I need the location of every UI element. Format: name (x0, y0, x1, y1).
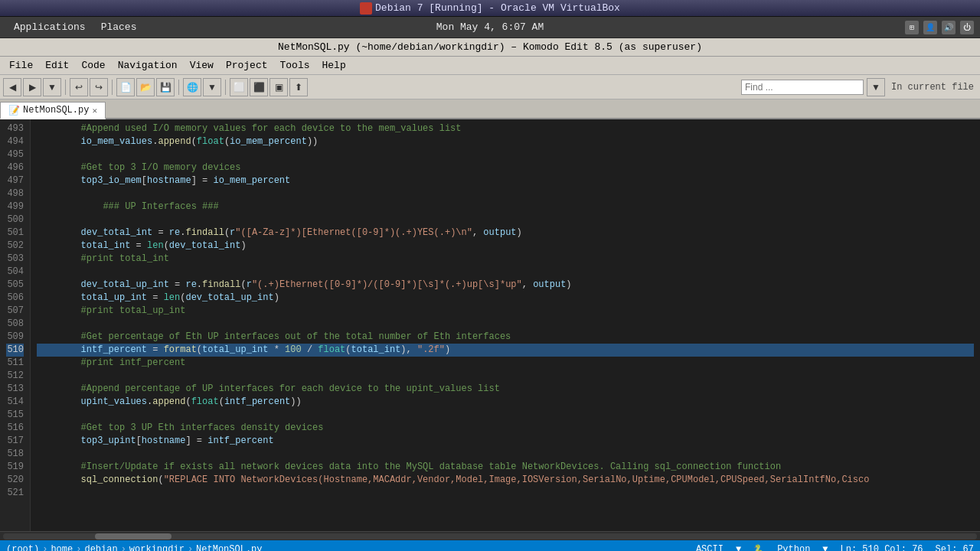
line-numbers: 493 494 495 496 497 498 499 500 501 502 … (0, 119, 31, 531)
toolbar-sep-1 (65, 80, 66, 95)
tray-volume-icon: 🔊 (942, 21, 956, 34)
toolbar-sep-3 (178, 80, 179, 95)
find-input[interactable] (741, 80, 864, 95)
menu-tools[interactable]: Tools (274, 58, 316, 73)
find-scope-label: In current file (888, 82, 977, 93)
split-horiz-button[interactable]: ⬛ (250, 78, 268, 96)
os-menu-places[interactable]: Places (93, 20, 145, 34)
open-file-button[interactable]: 📂 (136, 78, 155, 96)
toolbar-sep-4 (225, 80, 226, 95)
browser-down-button[interactable]: ▼ (203, 78, 221, 96)
forward-button[interactable]: ▶ (23, 78, 41, 96)
save-button[interactable]: 💾 (156, 78, 175, 96)
new-file-button[interactable]: 📄 (116, 78, 135, 96)
selection-label: Sel: 67 (936, 544, 974, 551)
encoding-dropdown-icon[interactable]: ▼ (736, 544, 741, 551)
menu-help[interactable]: Help (316, 58, 352, 73)
status-right: ASCII ▼ 🐍 Python ▼ Ln: 510 Col: 76 Sel: … (696, 544, 974, 552)
os-clock: Mon May 4, 6:07 AM (436, 21, 544, 33)
breadcrumb-home: home (51, 544, 73, 551)
scroll-thumb[interactable] (95, 533, 172, 540)
app-title: NetMonSQL.py (~home/debian/workingdir) –… (278, 41, 702, 53)
horizontal-scrollbar[interactable] (0, 531, 980, 540)
file-tab[interactable]: 📝 NetMonSQL.py ✕ (0, 102, 106, 119)
menu-edit[interactable]: Edit (39, 58, 75, 73)
undo-button[interactable]: ↩ (70, 78, 88, 96)
split-vert-button[interactable]: ⬜ (230, 78, 248, 96)
breadcrumb-workingdir: workingdir (129, 544, 185, 551)
python-icon: 🐍 (753, 544, 765, 552)
back-button[interactable]: ◀ (3, 78, 21, 96)
redo-button[interactable]: ↪ (90, 78, 108, 96)
tray-network-icon: ⊞ (905, 21, 919, 34)
position-label: Ln: 510 Col: 76 (841, 544, 923, 551)
tray-user-icon: 👤 (923, 21, 937, 34)
breadcrumb-file: NetMonSQL.py (196, 544, 262, 551)
toolbar-sep-2 (112, 80, 113, 95)
code-editor[interactable]: #Append used I/O memory values for each … (31, 119, 980, 531)
breadcrumb-root: (root) (6, 544, 39, 551)
menu-file[interactable]: File (3, 58, 39, 73)
menu-code[interactable]: Code (75, 58, 111, 73)
tab-icon: 📝 (8, 105, 20, 116)
breadcrumb-debian: debian (84, 544, 117, 551)
scroll-track (3, 533, 977, 540)
language-dropdown-icon[interactable]: ▼ (822, 544, 828, 551)
os-menu-applications[interactable]: Applications (6, 20, 93, 34)
language-label: Python (777, 544, 810, 551)
menu-view[interactable]: View (184, 58, 220, 73)
browser-button[interactable]: 🌐 (183, 78, 201, 96)
nav-down-button[interactable]: ▼ (43, 78, 61, 96)
unsplit-button[interactable]: ▣ (270, 78, 288, 96)
encoding-label: ASCII (696, 544, 724, 551)
window-title: Debian 7 [Running] - Oracle VM VirtualBo… (375, 2, 620, 14)
title-icon (360, 2, 372, 15)
tab-close-button[interactable]: ✕ (92, 106, 97, 116)
menu-navigation[interactable]: Navigation (112, 58, 184, 73)
breadcrumb: (root) › home › debian › workingdir › Ne… (6, 544, 696, 551)
menu-project[interactable]: Project (220, 58, 274, 73)
tab-label: NetMonSQL.py (23, 105, 89, 116)
publish-button[interactable]: ⬆ (289, 78, 308, 96)
tray-power-icon: ⏻ (960, 21, 974, 34)
find-options-button[interactable]: ▼ (867, 78, 885, 96)
